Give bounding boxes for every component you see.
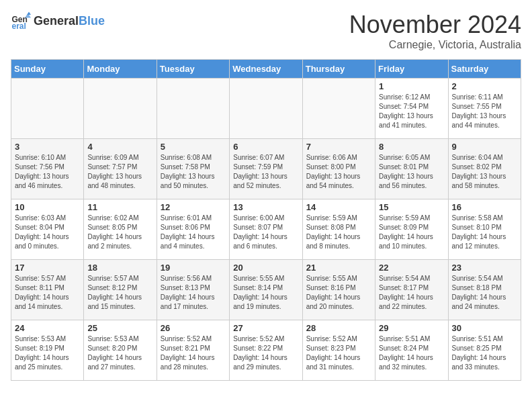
day-info: Sunrise: 6:11 AM Sunset: 7:55 PM Dayligh… (452, 93, 517, 130)
day-info: Sunrise: 5:52 AM Sunset: 8:21 PM Dayligh… (161, 334, 226, 372)
calendar-cell: 16Sunrise: 5:58 AM Sunset: 8:10 PM Dayli… (448, 199, 521, 260)
svg-text:eral: eral (12, 21, 26, 31)
calendar-cell: 15Sunrise: 5:59 AM Sunset: 8:09 PM Dayli… (375, 199, 448, 260)
day-info: Sunrise: 5:56 AM Sunset: 8:13 PM Dayligh… (161, 274, 226, 312)
week-row-2: 3Sunrise: 6:10 AM Sunset: 7:56 PM Daylig… (11, 139, 521, 199)
day-number: 3 (15, 142, 80, 152)
day-number: 1 (379, 81, 444, 91)
day-info: Sunrise: 5:51 AM Sunset: 8:24 PM Dayligh… (379, 334, 444, 372)
day-number: 7 (306, 142, 371, 152)
calendar-cell: 22Sunrise: 5:54 AM Sunset: 8:17 PM Dayli… (375, 260, 448, 320)
calendar-cell: 24Sunrise: 5:53 AM Sunset: 8:19 PM Dayli… (11, 320, 84, 381)
day-number: 4 (87, 142, 152, 152)
svg-marker-2 (27, 12, 31, 15)
day-info: Sunrise: 6:03 AM Sunset: 8:04 PM Dayligh… (15, 214, 80, 251)
calendar-cell: 19Sunrise: 5:56 AM Sunset: 8:13 PM Dayli… (157, 260, 229, 320)
day-number: 27 (233, 323, 298, 333)
calendar-cell: 28Sunrise: 5:52 AM Sunset: 8:23 PM Dayli… (302, 320, 375, 381)
day-info: Sunrise: 5:54 AM Sunset: 8:18 PM Dayligh… (452, 274, 517, 312)
calendar-cell: 17Sunrise: 5:57 AM Sunset: 8:11 PM Dayli… (11, 260, 84, 320)
calendar-cell: 3Sunrise: 6:10 AM Sunset: 7:56 PM Daylig… (11, 139, 84, 199)
logo-text-blue: Blue (79, 14, 105, 28)
day-number: 30 (452, 323, 517, 333)
calendar-cell: 12Sunrise: 6:01 AM Sunset: 8:06 PM Dayli… (157, 199, 229, 260)
day-info: Sunrise: 6:04 AM Sunset: 8:02 PM Dayligh… (452, 153, 517, 191)
day-header-tuesday: Tuesday (157, 60, 229, 79)
calendar-cell: 11Sunrise: 6:02 AM Sunset: 8:05 PM Dayli… (84, 199, 157, 260)
day-info: Sunrise: 6:10 AM Sunset: 7:56 PM Dayligh… (15, 153, 80, 191)
title-area: November 2024 Carnegie, Victoria, Austra… (349, 11, 521, 51)
day-info: Sunrise: 5:59 AM Sunset: 8:08 PM Dayligh… (306, 214, 371, 251)
day-number: 22 (379, 263, 444, 273)
calendar-cell: 5Sunrise: 6:08 AM Sunset: 7:58 PM Daylig… (157, 139, 229, 199)
calendar-cell: 14Sunrise: 5:59 AM Sunset: 8:08 PM Dayli… (302, 199, 375, 260)
logo-icon: Gen eral (11, 11, 31, 31)
calendar-cell: 27Sunrise: 5:52 AM Sunset: 8:22 PM Dayli… (230, 320, 302, 381)
day-info: Sunrise: 6:07 AM Sunset: 7:59 PM Dayligh… (233, 153, 298, 191)
calendar-cell: 9Sunrise: 6:04 AM Sunset: 8:02 PM Daylig… (448, 139, 521, 199)
day-info: Sunrise: 5:55 AM Sunset: 8:16 PM Dayligh… (306, 274, 371, 312)
calendar-cell: 23Sunrise: 5:54 AM Sunset: 8:18 PM Dayli… (448, 260, 521, 320)
week-row-3: 10Sunrise: 6:03 AM Sunset: 8:04 PM Dayli… (11, 199, 521, 260)
day-info: Sunrise: 5:54 AM Sunset: 8:17 PM Dayligh… (379, 274, 444, 312)
calendar-cell: 25Sunrise: 5:53 AM Sunset: 8:20 PM Dayli… (84, 320, 157, 381)
day-header-friday: Friday (375, 60, 448, 79)
day-info: Sunrise: 5:53 AM Sunset: 8:19 PM Dayligh… (15, 334, 80, 372)
day-info: Sunrise: 5:58 AM Sunset: 8:10 PM Dayligh… (452, 214, 517, 251)
header: Gen eral GeneralBlue November 2024 Carne… (11, 11, 521, 51)
day-info: Sunrise: 6:08 AM Sunset: 7:58 PM Dayligh… (161, 153, 226, 191)
day-info: Sunrise: 6:12 AM Sunset: 7:54 PM Dayligh… (379, 93, 444, 130)
calendar-cell: 2Sunrise: 6:11 AM Sunset: 7:55 PM Daylig… (448, 79, 521, 139)
day-header-wednesday: Wednesday (230, 60, 302, 79)
day-header-saturday: Saturday (448, 60, 521, 79)
calendar-table: SundayMondayTuesdayWednesdayThursdayFrid… (11, 59, 521, 381)
day-number: 14 (306, 202, 371, 212)
day-info: Sunrise: 5:52 AM Sunset: 8:22 PM Dayligh… (233, 334, 298, 372)
day-info: Sunrise: 5:57 AM Sunset: 8:11 PM Dayligh… (15, 274, 80, 312)
calendar-cell: 26Sunrise: 5:52 AM Sunset: 8:21 PM Dayli… (157, 320, 229, 381)
day-info: Sunrise: 5:53 AM Sunset: 8:20 PM Dayligh… (87, 334, 152, 372)
day-number: 20 (233, 263, 298, 273)
day-number: 5 (161, 142, 226, 152)
day-number: 29 (379, 323, 444, 333)
day-number: 26 (161, 323, 226, 333)
calendar-cell (11, 79, 84, 139)
calendar-cell: 18Sunrise: 5:57 AM Sunset: 8:12 PM Dayli… (84, 260, 157, 320)
day-number: 12 (161, 202, 226, 212)
calendar-cell (230, 79, 302, 139)
calendar-cell: 30Sunrise: 5:51 AM Sunset: 8:25 PM Dayli… (448, 320, 521, 381)
day-number: 24 (15, 323, 80, 333)
day-number: 11 (87, 202, 152, 212)
calendar-body: 1Sunrise: 6:12 AM Sunset: 7:54 PM Daylig… (11, 79, 521, 381)
calendar-cell: 29Sunrise: 5:51 AM Sunset: 8:24 PM Dayli… (375, 320, 448, 381)
day-header-monday: Monday (84, 60, 157, 79)
calendar-cell (84, 79, 157, 139)
month-title: November 2024 (349, 11, 521, 39)
day-info: Sunrise: 5:55 AM Sunset: 8:14 PM Dayligh… (233, 274, 298, 312)
day-number: 28 (306, 323, 371, 333)
day-info: Sunrise: 6:09 AM Sunset: 7:57 PM Dayligh… (87, 153, 152, 191)
calendar-cell (157, 79, 229, 139)
day-info: Sunrise: 5:51 AM Sunset: 8:25 PM Dayligh… (452, 334, 517, 372)
week-row-1: 1Sunrise: 6:12 AM Sunset: 7:54 PM Daylig… (11, 79, 521, 139)
day-number: 6 (233, 142, 298, 152)
day-number: 2 (452, 81, 517, 91)
calendar-cell: 20Sunrise: 5:55 AM Sunset: 8:14 PM Dayli… (230, 260, 302, 320)
calendar-cell: 13Sunrise: 6:00 AM Sunset: 8:07 PM Dayli… (230, 199, 302, 260)
calendar-cell: 10Sunrise: 6:03 AM Sunset: 8:04 PM Dayli… (11, 199, 84, 260)
day-info: Sunrise: 5:59 AM Sunset: 8:09 PM Dayligh… (379, 214, 444, 251)
day-number: 10 (15, 202, 80, 212)
day-number: 13 (233, 202, 298, 212)
week-row-5: 24Sunrise: 5:53 AM Sunset: 8:19 PM Dayli… (11, 320, 521, 381)
logo-text-general: General (34, 14, 79, 28)
day-header-sunday: Sunday (11, 60, 84, 79)
day-number: 19 (161, 263, 226, 273)
day-info: Sunrise: 5:57 AM Sunset: 8:12 PM Dayligh… (87, 274, 152, 312)
calendar-cell: 8Sunrise: 6:05 AM Sunset: 8:01 PM Daylig… (375, 139, 448, 199)
calendar-cell: 7Sunrise: 6:06 AM Sunset: 8:00 PM Daylig… (302, 139, 375, 199)
calendar-cell: 4Sunrise: 6:09 AM Sunset: 7:57 PM Daylig… (84, 139, 157, 199)
day-info: Sunrise: 6:00 AM Sunset: 8:07 PM Dayligh… (233, 214, 298, 251)
day-number: 23 (452, 263, 517, 273)
day-number: 16 (452, 202, 517, 212)
day-number: 9 (452, 142, 517, 152)
